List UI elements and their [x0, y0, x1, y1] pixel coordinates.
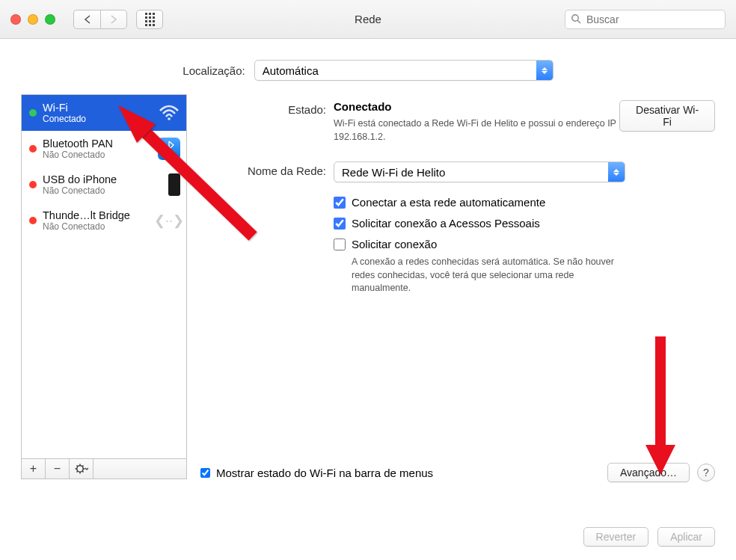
svg-point-3	[76, 466, 82, 472]
main-pane: Estado: Conectado Wi-Fi está conectado a…	[200, 94, 715, 479]
location-label: Localização:	[183, 64, 245, 77]
grid-icon	[145, 13, 155, 26]
show-menu-checkbox[interactable]	[200, 468, 210, 478]
svg-point-0	[572, 14, 578, 20]
window-controls	[10, 14, 55, 25]
auto-join-label[interactable]: Conectar a esta rede automaticamente	[352, 196, 545, 209]
auto-join-checkbox[interactable]	[334, 197, 346, 209]
sidebar-item-label: Bluetooth PAN	[43, 138, 152, 150]
network-name-value: Rede Wi-Fi de Helito	[342, 166, 445, 179]
ask-join-description: A conexão a redes conhecidas será automá…	[352, 256, 636, 295]
ask-join-label[interactable]: Solicitar conexão	[352, 238, 437, 250]
help-button[interactable]: ?	[697, 464, 715, 481]
remove-interface-button[interactable]: −	[46, 459, 70, 479]
window-title: Rede	[355, 13, 381, 25]
show-menu-label[interactable]: Mostrar estado do Wi-Fi na barra de menu…	[216, 467, 433, 479]
svg-line-10	[76, 471, 77, 472]
revert-button[interactable]: Reverter	[583, 527, 649, 547]
advanced-button[interactable]: Avançado…	[607, 463, 690, 482]
location-select[interactable]: Automática	[254, 60, 553, 81]
sidebar-item-label: USB do iPhone	[43, 173, 162, 185]
apply-button[interactable]: Aplicar	[657, 527, 715, 547]
sidebar-item-wifi[interactable]: Wi-Fi Conectado	[22, 95, 186, 131]
sidebar-item-status: Não Conectado	[43, 185, 162, 196]
status-dot-disconnected	[29, 217, 37, 224]
ask-join-checkbox[interactable]	[334, 239, 346, 250]
svg-line-8	[76, 466, 77, 467]
status-dot-connected	[29, 109, 37, 117]
dropdown-arrow-icon	[608, 162, 625, 182]
sidebar-item-status: Conectado	[43, 114, 152, 124]
zoom-button[interactable]	[45, 14, 55, 25]
iphone-icon	[168, 173, 180, 196]
location-row: Localização: Automática	[0, 39, 736, 94]
svg-line-11	[82, 466, 83, 467]
svg-point-2	[168, 117, 171, 120]
location-value: Automática	[263, 64, 319, 77]
close-button[interactable]	[10, 14, 21, 25]
turn-off-wifi-button[interactable]: Desativar Wi-Fi	[619, 100, 715, 132]
sidebar-item-bluetooth-pan[interactable]: Bluetooth PAN Não Conectado	[22, 131, 186, 167]
status-dot-disconnected	[29, 145, 37, 153]
svg-line-1	[577, 20, 580, 23]
sidebar-item-status: Não Conectado	[43, 150, 152, 160]
network-name-label: Nome da Rede:	[200, 161, 334, 177]
personal-hotspot-checkbox[interactable]	[334, 218, 346, 230]
search-input[interactable]	[565, 10, 726, 29]
interfaces-sidebar: Wi-Fi Conectado Bluetooth PAN Não Conect…	[21, 94, 187, 479]
sidebar-item-label: Thunde…lt Bridge	[43, 209, 152, 221]
sidebar-item-label: Wi-Fi	[43, 102, 152, 114]
titlebar: Rede	[0, 0, 736, 39]
personal-hotspot-label[interactable]: Solicitar conexão a Acessos Pessoais	[352, 217, 540, 230]
thunderbolt-icon: ❮··❯	[158, 209, 180, 232]
sidebar-item-status: Não Conectado	[43, 221, 152, 232]
all-prefs-button[interactable]	[136, 10, 163, 29]
status-value: Conectado	[334, 100, 619, 113]
sidebar-item-thunderbolt[interactable]: Thunde…lt Bridge Não Conectado ❮··❯	[22, 203, 186, 239]
footer: Reverter Aplicar	[583, 527, 715, 547]
sidebar-toolbar: + −	[22, 458, 186, 479]
bluetooth-icon	[158, 138, 180, 160]
search-icon	[571, 13, 581, 26]
sidebar-item-usb-iphone[interactable]: USB do iPhone Não Conectado	[22, 167, 186, 203]
network-name-select[interactable]: Rede Wi-Fi de Helito	[334, 161, 625, 182]
back-button[interactable]	[73, 10, 100, 29]
status-description: Wi-Fi está conectado a Rede Wi-Fi de Hel…	[334, 117, 619, 144]
status-dot-disconnected	[29, 181, 37, 188]
minimize-button[interactable]	[28, 14, 38, 25]
svg-line-9	[82, 471, 83, 472]
status-label: Estado:	[200, 100, 334, 116]
forward-button[interactable]	[100, 10, 127, 29]
dropdown-arrow-icon	[536, 61, 553, 80]
wifi-icon	[158, 102, 180, 124]
add-interface-button[interactable]: +	[22, 459, 46, 479]
interface-actions-button[interactable]	[70, 459, 93, 479]
